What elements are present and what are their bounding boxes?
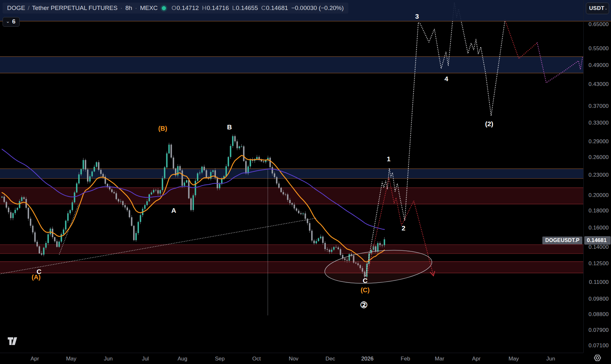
- price-tick-label: 0.18000: [588, 208, 609, 214]
- axis-settings-icon[interactable]: [593, 354, 602, 362]
- price-tick-label: 0.23000: [588, 172, 609, 178]
- time-tick-label: Jun: [546, 356, 555, 362]
- price-axis[interactable]: DOGEUSDT.P 0.14681 0.650000.550000.49000…: [583, 0, 611, 353]
- time-tick-label: May: [66, 356, 76, 362]
- time-tick-label: Dec: [325, 356, 335, 362]
- chart-window: (B)BAC(A)C(C)②1234(2) DOGE / Tether PERP…: [0, 0, 611, 364]
- price-tick-label: 0.37000: [588, 103, 609, 109]
- price-tick-label: 0.26000: [588, 154, 609, 161]
- chart-canvas[interactable]: (B)BAC(A)C(C)②1234(2): [0, 0, 611, 364]
- wave-label-2[interactable]: 2: [402, 224, 405, 232]
- ohlc-readout: O0.14712 H0.14716 L0.14655 C0.14681 −0.0…: [171, 5, 344, 12]
- pair-separator: /: [28, 5, 29, 12]
- red-zone[interactable]: [0, 188, 583, 204]
- object-tree-badge[interactable]: ⌄ 6: [3, 17, 20, 27]
- wave-label-A[interactable]: (A): [32, 274, 41, 281]
- price-tick-label: 0.08800: [588, 311, 609, 318]
- symbol-price-tag: DOGEUSDT.P: [542, 237, 582, 244]
- price-tick-label: 0.20000: [588, 192, 609, 199]
- time-tick-label: Oct: [252, 356, 261, 362]
- time-tick-label: Mar: [435, 356, 444, 362]
- wave-label-1[interactable]: 1: [387, 155, 391, 163]
- exchange-name[interactable]: MEXC: [140, 5, 158, 12]
- price-tick-label: 0.55000: [588, 45, 609, 52]
- time-axis[interactable]: AprMayJunJulAugSepOctNovDec2026FebMarApr…: [0, 353, 583, 364]
- time-tick-label: Sep: [215, 356, 225, 362]
- last-price-tag: 0.14681: [584, 236, 611, 245]
- time-tick-label: May: [509, 356, 519, 362]
- symbol-name: DOGE: [7, 5, 25, 12]
- wave-label-B[interactable]: (B): [158, 125, 167, 132]
- price-zones[interactable]: [0, 57, 583, 273]
- price-tick-label: 0.49000: [588, 62, 609, 69]
- price-tick-label: 0.14000: [588, 244, 609, 250]
- separator-dot: ·: [135, 5, 137, 12]
- wave-label-4[interactable]: 4: [444, 75, 448, 82]
- wave-label-②[interactable]: ②: [360, 300, 368, 310]
- chevron-down-icon: ⌄: [604, 6, 607, 11]
- currency-unit-button[interactable]: USDT ⌄: [586, 3, 609, 14]
- price-tick-label: 0.16000: [588, 225, 609, 231]
- market-status-icon[interactable]: [162, 6, 166, 10]
- candlestick-series: [1, 135, 385, 279]
- price-tick-label: 0.11000: [589, 279, 609, 285]
- time-tick-label: Jul: [142, 356, 149, 362]
- wave-label-A[interactable]: A: [171, 207, 176, 214]
- high-value: 0.14716: [207, 5, 229, 12]
- red-zone[interactable]: [0, 245, 583, 254]
- interval-button[interactable]: 8h: [125, 5, 132, 12]
- low-value: 0.14655: [236, 5, 258, 12]
- price-tick-label: 0.65000: [588, 21, 609, 28]
- open-label: O: [171, 5, 176, 12]
- price-tick-label: 0.09800: [588, 296, 609, 302]
- low-label: L: [232, 5, 236, 12]
- wave-label-C[interactable]: (C): [361, 286, 370, 294]
- tradingview-logo[interactable]: [7, 336, 21, 346]
- far-red-path[interactable]: [505, 20, 537, 59]
- price-tick-label: 0.43000: [588, 81, 609, 88]
- time-tick-label: Feb: [401, 356, 410, 362]
- time-tick-label: Apr: [472, 356, 480, 362]
- wave-label-C[interactable]: C: [363, 277, 367, 284]
- red-zone[interactable]: [0, 262, 583, 273]
- primary-elliott-path[interactable]: [366, 2, 505, 276]
- price-tick-label: 0.07100: [588, 342, 609, 349]
- wave-label-3[interactable]: 3: [415, 13, 419, 20]
- time-tick-label: Apr: [31, 356, 39, 362]
- time-tick-label: Nov: [289, 356, 298, 362]
- change-value: −0.00030 (−0.20%): [291, 5, 344, 12]
- wave-label-B[interactable]: B: [227, 123, 232, 131]
- separator-dot: ·: [121, 5, 122, 12]
- currency-unit-label: USDT: [589, 5, 604, 12]
- symbol-description: Tether PERPETUAL FUTURES: [32, 5, 117, 12]
- chevron-down-icon: ⌄: [6, 18, 10, 24]
- time-tick-year: 2026: [361, 356, 373, 362]
- time-tick-label: Aug: [178, 356, 187, 362]
- close-value: 0.14681: [266, 5, 288, 12]
- open-value: 0.14712: [177, 5, 199, 12]
- price-tick-label: 0.33000: [588, 120, 609, 126]
- close-label: C: [261, 5, 266, 12]
- price-tick-label: 0.29000: [588, 138, 609, 145]
- plot-area: [0, 2, 583, 315]
- price-tick-label: 0.07900: [588, 327, 609, 333]
- symbol-title[interactable]: DOGE / Tether PERPETUAL FUTURES: [7, 5, 118, 12]
- object-count: 6: [12, 18, 16, 25]
- navy-zone[interactable]: [0, 57, 583, 73]
- chart-legend: DOGE / Tether PERPETUAL FUTURES · 8h · M…: [3, 3, 348, 14]
- high-label: H: [202, 5, 207, 12]
- wave-label-2[interactable]: (2): [485, 120, 493, 127]
- time-tick-label: Jun: [104, 356, 112, 362]
- price-tick-label: 0.12500: [588, 260, 609, 267]
